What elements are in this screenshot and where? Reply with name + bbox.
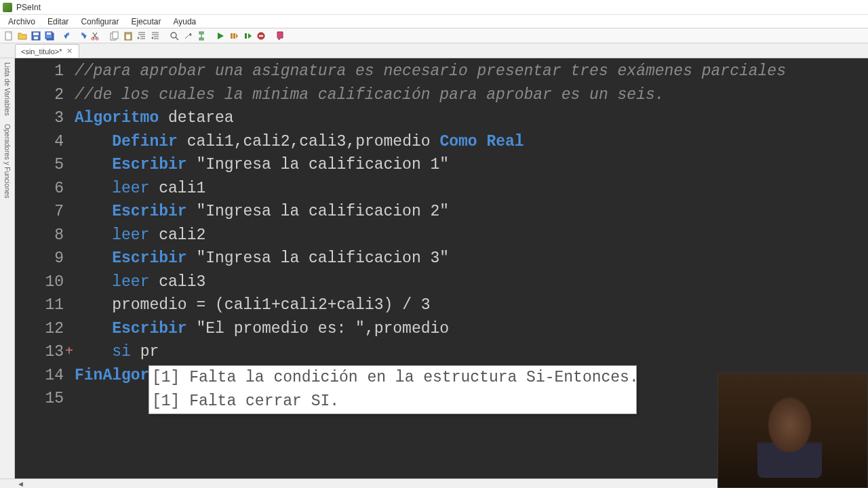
stop-icon[interactable]	[255, 30, 267, 42]
menu-editar[interactable]: Editar	[42, 16, 74, 28]
line-number: 13	[15, 340, 64, 364]
titlebar: PSeInt	[0, 0, 868, 15]
code-area[interactable]: //para aprobar una asignatura es necesar…	[75, 60, 868, 411]
line-number: 6	[15, 177, 64, 201]
code-line[interactable]: leer cali1	[75, 177, 868, 201]
code-line[interactable]: Escribir "El promedio es: ",promedio	[75, 317, 868, 341]
debug-icon[interactable]	[241, 30, 254, 42]
line-number: 10	[15, 270, 64, 294]
code-line[interactable]: Algoritmo detarea	[75, 106, 868, 130]
menu-ejecutar[interactable]: Ejecutar	[125, 16, 166, 28]
help-icon[interactable]	[274, 30, 286, 42]
toolbar	[0, 28, 868, 43]
line-number: 8	[15, 224, 64, 247]
side-tab-variables[interactable]: Lista de Variables	[3, 62, 11, 116]
outdent-icon[interactable]	[149, 30, 161, 42]
error-message: [1] Falta la condición en la estructura …	[152, 366, 633, 390]
new-file-icon[interactable]	[3, 30, 15, 42]
redo-icon[interactable]	[76, 30, 88, 42]
copy-icon[interactable]	[108, 30, 121, 42]
scroll-left-icon[interactable]: ◀	[15, 479, 26, 489]
line-number: 9	[15, 247, 64, 270]
webcam-overlay	[717, 373, 868, 488]
side-panel: Lista de Variables Operadores y Funcione…	[0, 58, 15, 479]
code-line[interactable]: leer cali2	[75, 224, 868, 247]
error-tooltip: [1] Falta la condición en la estructura …	[149, 365, 637, 414]
code-line[interactable]: Escribir "Ingresa la calificacion 3"	[75, 247, 868, 270]
line-number: 11	[15, 293, 64, 317]
line-number: 12	[15, 317, 64, 341]
svg-rect-15	[199, 32, 203, 34]
code-line[interactable]: Escribir "Ingresa la calificacion 2"	[75, 200, 868, 224]
svg-rect-6	[47, 33, 51, 35]
svg-rect-13	[126, 35, 130, 39]
indent-icon[interactable]	[136, 30, 148, 42]
svg-rect-18	[233, 33, 235, 39]
undo-icon[interactable]	[62, 30, 75, 42]
line-gutter: 123456789101112131415	[15, 58, 69, 411]
code-line[interactable]: Escribir "Ingresa la calificacion 1"	[75, 153, 868, 177]
svg-rect-10	[113, 32, 118, 39]
svg-rect-17	[231, 33, 233, 39]
svg-rect-3	[34, 37, 38, 39]
svg-rect-21	[259, 35, 263, 37]
line-number: 2	[15, 83, 64, 107]
step-icon[interactable]	[228, 30, 240, 42]
svg-rect-19	[245, 33, 247, 39]
tab-label: <sin_titulo>*	[21, 47, 62, 56]
paste-icon[interactable]	[122, 30, 134, 42]
find-icon[interactable]	[168, 30, 180, 42]
close-icon[interactable]: ✕	[66, 48, 73, 55]
open-file-icon[interactable]	[16, 30, 28, 42]
code-line[interactable]: //de los cuales la mínima calificación p…	[75, 83, 868, 107]
app-title: PSeInt	[16, 3, 41, 12]
code-line[interactable]: promedio = (cali1+cali2+cali3) / 3	[75, 293, 868, 317]
menu-archivo[interactable]: Archivo	[3, 16, 41, 28]
svg-point-14	[171, 33, 176, 38]
flowchart-icon[interactable]	[195, 30, 208, 42]
save-all-icon[interactable]	[43, 30, 56, 42]
line-number: 1	[15, 60, 64, 83]
run-icon[interactable]	[214, 30, 226, 42]
code-line[interactable]: Definir cali1,cali2,cali3,promedio Como …	[75, 130, 868, 154]
code-line[interactable]: leer cali3	[75, 270, 868, 294]
line-number: 5	[15, 153, 64, 177]
code-line[interactable]: //para aprobar una asignatura es necesar…	[75, 60, 868, 83]
side-tab-operators[interactable]: Operadores y Funciones	[3, 124, 11, 199]
editor-tab[interactable]: <sin_titulo>* ✕	[15, 44, 79, 58]
svg-rect-16	[199, 38, 203, 40]
cut-icon[interactable]	[90, 30, 102, 42]
line-number: 7	[15, 200, 64, 224]
line-number: 3	[15, 106, 64, 130]
code-line[interactable]: si pr	[75, 340, 868, 364]
menu-ayuda[interactable]: Ayuda	[167, 16, 201, 28]
app-icon	[3, 3, 12, 12]
svg-rect-2	[33, 33, 39, 35]
line-number: 14	[15, 364, 64, 388]
line-number: 4	[15, 130, 64, 154]
menu-configurar[interactable]: Configurar	[75, 16, 124, 28]
svg-rect-12	[126, 32, 130, 34]
tabbar: <sin_titulo>* ✕	[0, 43, 868, 58]
save-file-icon[interactable]	[30, 30, 42, 42]
menubar: Archivo Editar Configurar Ejecutar Ayuda	[0, 15, 868, 28]
line-number: 15	[15, 387, 64, 411]
tools-icon[interactable]	[182, 30, 194, 42]
error-message: [1] Falta cerrar SI.	[152, 390, 633, 413]
